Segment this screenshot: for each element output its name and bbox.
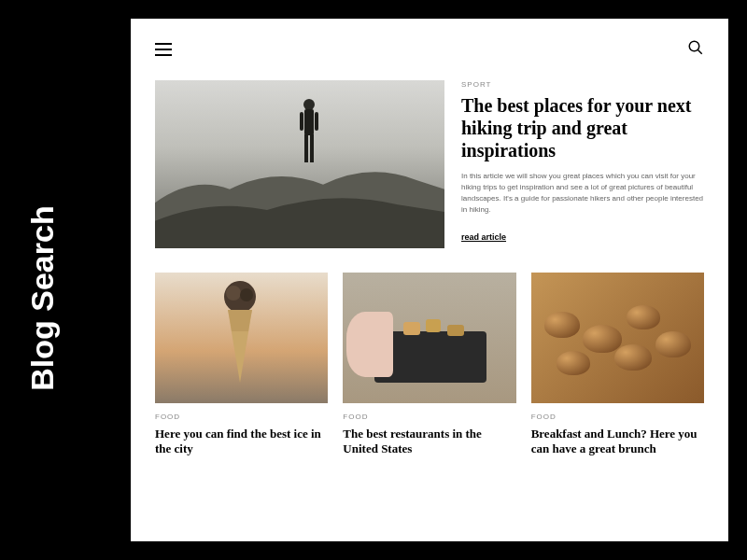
- svg-line-1: [698, 49, 702, 54]
- search-icon[interactable]: [687, 39, 704, 60]
- article-category: FOOD: [531, 413, 704, 421]
- read-article-link[interactable]: read article: [461, 232, 506, 242]
- article-card[interactable]: FOOD Breakfast and Lunch? Here you can h…: [531, 273, 704, 457]
- svg-rect-5: [310, 134, 314, 162]
- svg-point-0: [689, 41, 699, 51]
- hero-article[interactable]: SPORT The best places for your next hiki…: [155, 80, 704, 248]
- svg-rect-4: [304, 134, 308, 162]
- hero-title: The best places for your next hiking tri…: [461, 94, 704, 161]
- article-category: FOOD: [343, 413, 515, 421]
- blog-card: SPORT The best places for your next hiki…: [131, 19, 728, 541]
- hero-image: [155, 80, 444, 248]
- hero-description: In this article we will show you great p…: [461, 171, 704, 216]
- article-image: [155, 273, 328, 403]
- hero-category: SPORT: [461, 80, 704, 89]
- article-title: Here you can find the best ice in the ci…: [155, 427, 328, 457]
- hero-text: SPORT The best places for your next hiki…: [461, 80, 704, 248]
- svg-rect-3: [304, 109, 314, 135]
- svg-rect-6: [300, 112, 303, 131]
- svg-point-10: [240, 288, 253, 301]
- hamburger-menu-icon[interactable]: [155, 43, 172, 56]
- article-title: Breakfast and Lunch? Here you can have a…: [531, 427, 704, 457]
- svg-point-2: [303, 99, 315, 110]
- article-title: The best restaurants in the United State…: [343, 427, 515, 457]
- article-card[interactable]: FOOD Here you can find the best ice in t…: [155, 273, 328, 457]
- page-label: Blog Search: [24, 205, 61, 390]
- article-image: [343, 273, 515, 403]
- article-image: [531, 273, 704, 403]
- header: [155, 39, 704, 60]
- article-grid: FOOD Here you can find the best ice in t…: [155, 273, 704, 457]
- svg-rect-7: [315, 112, 318, 131]
- article-card[interactable]: FOOD The best restaurants in the United …: [343, 273, 515, 457]
- svg-point-9: [226, 286, 241, 301]
- article-category: FOOD: [155, 413, 328, 421]
